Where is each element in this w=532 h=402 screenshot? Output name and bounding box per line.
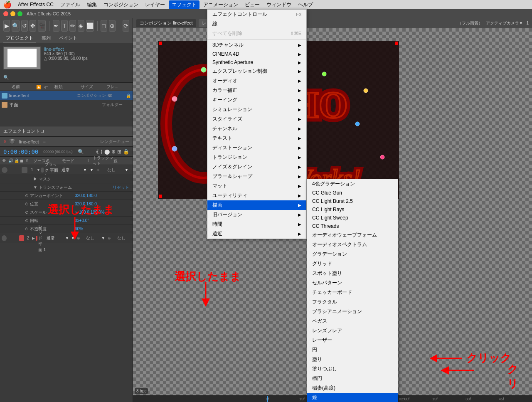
draw-audio-waveform[interactable]: オーディオウェーブフォーム: [307, 230, 398, 240]
transform-reset[interactable]: リセット: [113, 185, 133, 190]
menu-effect-line[interactable]: 線: [207, 19, 306, 29]
layer2-expand[interactable]: ▶: [32, 236, 35, 240]
menu-aftereffects[interactable]: After Effects CC: [15, 1, 57, 8]
draw-checkerboard[interactable]: チェッカーボード: [307, 288, 398, 297]
menu-noise-grain[interactable]: ノイズ＆グレイン ▶: [207, 162, 306, 172]
maximize-button[interactable]: [17, 11, 22, 16]
menu-cinema4d[interactable]: CINEMA 4D ▶: [207, 50, 306, 58]
layer1-visibility[interactable]: [2, 167, 7, 173]
timecode-display[interactable]: 0:00:00:00: [3, 148, 38, 155]
draw-cc-light-burst[interactable]: CC Light Burst 2.5: [307, 197, 398, 205]
draw-cell-pattern[interactable]: セルパターン: [307, 278, 398, 288]
menu-effect[interactable]: エフェクト: [169, 0, 200, 9]
timeline-cursor[interactable]: [267, 396, 268, 402]
draw-brush-animation[interactable]: ブラシアニメーション: [307, 307, 398, 316]
menu-expression-control[interactable]: エクスプレッション制御 ▶: [207, 67, 306, 76]
menu-composition[interactable]: コンポジション: [101, 0, 141, 9]
draw-cc-light-rays[interactable]: CC Light Rays: [307, 205, 398, 214]
menu-utility[interactable]: ユーティリティ ▶: [207, 191, 306, 200]
draw-4color-grad[interactable]: 4色グラデーション: [307, 179, 398, 189]
menu-legacy[interactable]: 旧バージョン ▶: [207, 210, 306, 219]
layer2-shy[interactable]: [13, 235, 18, 241]
draw-cc-threads[interactable]: CC Threads: [307, 222, 398, 230]
tool-text[interactable]: T: [61, 20, 68, 32]
tool-rotate[interactable]: ↺: [21, 20, 28, 32]
menu-distortion[interactable]: ディストーション ▶: [207, 143, 306, 153]
tab-paint[interactable]: ペイント: [57, 34, 80, 42]
menu-help[interactable]: ヘルプ: [295, 0, 316, 9]
menu-effect-delete-all[interactable]: すべてを削除 ⇧⌘E: [207, 29, 306, 38]
layer2-parent[interactable]: なし: [117, 235, 131, 241]
draw-lens-flare[interactable]: レンズフレア: [307, 326, 398, 335]
menu-audio[interactable]: オーディオ ▶: [207, 76, 306, 86]
tool-pen[interactable]: ✒: [53, 20, 59, 32]
tool-camera[interactable]: 🎥: [38, 20, 46, 32]
minimize-button[interactable]: [10, 11, 15, 16]
draw-fractal[interactable]: フラクタル: [307, 297, 398, 307]
anchor-value[interactable]: 320.0,180.0: [75, 193, 97, 198]
tool-rotobrush[interactable]: ⟳: [123, 20, 129, 32]
camera-label[interactable]: アクティブカメラ▼: [486, 20, 523, 26]
tool-icon-2[interactable]: ⟨: [101, 149, 103, 155]
tab-composition[interactable]: コンポジション line-effect: [136, 19, 196, 27]
project-item-lineeffect[interactable]: line-effect コンポジション 60 🔒: [0, 91, 133, 100]
draw-stroke[interactable]: 線: [307, 393, 398, 402]
tool-move[interactable]: ✥: [30, 20, 36, 32]
tool-shape[interactable]: ◻: [101, 20, 107, 32]
layer1-audio[interactable]: [8, 167, 14, 173]
tab-align[interactable]: 整列: [39, 34, 53, 42]
tool-brush[interactable]: ✏: [69, 20, 76, 32]
tool-icon-4[interactable]: ⊕: [111, 149, 116, 155]
close-icon-timeline[interactable]: ✕: [3, 139, 7, 144]
draw-circle[interactable]: 円: [307, 345, 398, 355]
close-button[interactable]: [3, 11, 8, 16]
layer1-shy[interactable]: [15, 167, 21, 173]
layer1-expand[interactable]: ▼: [37, 168, 40, 172]
menu-transition[interactable]: トランジション ▶: [207, 153, 306, 162]
search-icon-timeline[interactable]: 🔍: [78, 149, 84, 155]
draw-fill[interactable]: 塗り: [307, 355, 398, 364]
menu-blur-sharpen[interactable]: ブラー＆シャープ ▶: [207, 172, 306, 181]
menu-draw[interactable]: 描画 ▶: [207, 200, 306, 210]
tool-pin[interactable]: ⊕: [109, 20, 116, 32]
menu-synthetic-aperture[interactable]: Synthetic Aperture ▶: [207, 58, 306, 67]
draw-audio-spectrum[interactable]: オーディオスペクトラム: [307, 240, 398, 249]
menu-stylize[interactable]: スタイライズ ▶: [207, 114, 306, 124]
menu-window[interactable]: ウィンドウ: [264, 0, 294, 9]
menu-text[interactable]: テキスト ▶: [207, 133, 306, 143]
tool-eraser[interactable]: ⬜: [86, 20, 94, 32]
tool-icon-5[interactable]: ⊞: [117, 149, 121, 155]
menu-3dchannel[interactable]: 3Dチャンネル ▶: [207, 40, 306, 50]
draw-gradient[interactable]: グラデーション: [307, 249, 398, 259]
layer1-mode[interactable]: 通常: [62, 167, 82, 173]
menu-file[interactable]: ファイル: [57, 0, 83, 9]
draw-pegasus[interactable]: ペガス: [307, 316, 398, 326]
menu-perspective[interactable]: 遠近 ▶: [207, 229, 306, 239]
draw-spot-fill[interactable]: スポット塗り: [307, 269, 398, 278]
menu-channel[interactable]: チャンネル ▶: [207, 124, 306, 133]
layer1-track[interactable]: なし: [107, 167, 124, 173]
draw-paint-bucket[interactable]: 塗りつぶし: [307, 364, 398, 374]
draw-grid[interactable]: グリッド: [307, 259, 398, 269]
draw-ellipse[interactable]: 楕円: [307, 374, 398, 383]
layer2-label[interactable]: [19, 235, 24, 241]
project-item-folder[interactable]: 平面 フォルダー: [0, 100, 133, 109]
draw-laser[interactable]: レーザー: [307, 335, 398, 345]
menu-keying[interactable]: キーイング ▶: [207, 95, 306, 105]
menu-matte[interactable]: マット ▶: [207, 181, 306, 191]
apple-menu[interactable]: 🍎: [3, 1, 12, 9]
menu-effect-controls[interactable]: エフェクトコントロール F3: [207, 10, 306, 19]
menu-color-correct[interactable]: カラー補正 ▶: [207, 86, 306, 95]
tool-icon-6[interactable]: 🔒: [123, 149, 129, 155]
draw-cc-light-sweep[interactable]: CC Light Sweep: [307, 214, 398, 222]
tool-zoom[interactable]: 🔍: [12, 20, 20, 32]
quality-label[interactable]: （フル画質）: [458, 20, 483, 26]
layer2-visibility[interactable]: [2, 235, 7, 241]
menu-animation[interactable]: アニメーション: [200, 0, 241, 9]
tool-select[interactable]: ▶: [3, 20, 10, 32]
layer2-audio[interactable]: [7, 235, 12, 241]
menu-time[interactable]: 時間 ▶: [207, 219, 306, 229]
draw-lightning[interactable]: 稲妻(高度): [307, 383, 398, 393]
menu-view[interactable]: ビュー: [242, 0, 263, 9]
menu-simulation[interactable]: シミュレーション ▶: [207, 105, 306, 114]
